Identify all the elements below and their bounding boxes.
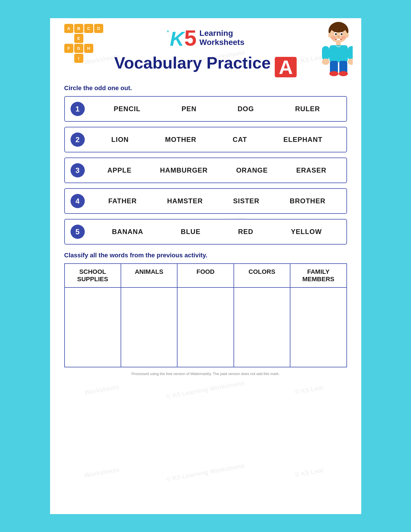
- plus-sign: +: [167, 29, 169, 34]
- tile-empty-4: [94, 44, 103, 53]
- cell-colors: [234, 287, 290, 367]
- exercise-words-3: APPLEHAMBURGERORANGEERASER: [93, 166, 341, 174]
- tile-empty-1: [64, 34, 73, 43]
- exercise-row-5: 5BANANABLUEREDYELLOW: [64, 219, 347, 245]
- header: A B C D E F G H I: [64, 27, 347, 49]
- word-1-3: DOG: [237, 105, 254, 113]
- col-school-supplies: SCHOOL SUPPLIES: [65, 264, 121, 287]
- tile-a: A: [64, 24, 73, 33]
- exercise-row-2: 2LIONMOTHERCATELEPHANT: [64, 127, 347, 152]
- tile-f: F: [64, 44, 73, 53]
- svg-point-11: [331, 36, 336, 39]
- classify-instruction: Classify all the words from the previous…: [64, 252, 347, 259]
- cell-animals: [121, 287, 177, 367]
- word-2-4: ELEPHANT: [283, 136, 322, 144]
- word-5-3: RED: [238, 228, 253, 236]
- tile-e: E: [74, 34, 83, 43]
- classify-answer-row: [65, 287, 347, 367]
- worksheet-page: Worksheets © K5 Learning Worksheets © K5…: [49, 17, 362, 515]
- k5-logo: + K 5: [167, 27, 197, 49]
- word-2-3: CAT: [233, 136, 247, 144]
- tile-h: H: [84, 44, 93, 53]
- word-2-1: LION: [111, 136, 129, 144]
- word-1-1: PENCIL: [114, 105, 141, 113]
- word-5-2: BLUE: [181, 228, 201, 236]
- word-3-3: ORANGE: [236, 166, 268, 174]
- word-3-2: HAMBURGER: [160, 166, 208, 174]
- brand-5: 5: [184, 27, 197, 49]
- exercise-number-4: 4: [71, 194, 85, 208]
- svg-point-8: [341, 33, 342, 35]
- tile-d: D: [94, 24, 103, 33]
- tile-empty-3: [94, 34, 103, 43]
- watermark-16: Worksheets: [50, 423, 160, 514]
- exercise-words-4: FATHERHAMSTERSISTERBROTHER: [93, 197, 341, 205]
- bottom-note: Processed using the free version of Wate…: [64, 372, 347, 376]
- word-4-1: FATHER: [108, 197, 137, 205]
- svg-point-12: [341, 36, 346, 39]
- svg-point-18: [348, 59, 353, 65]
- word-5-4: YELLOW: [291, 228, 322, 236]
- cell-family-members: [290, 287, 346, 367]
- word-2-2: MOTHER: [165, 136, 196, 144]
- cell-food: [177, 287, 234, 367]
- cell-school-supplies: [65, 287, 121, 367]
- exercise-words-5: BANANABLUEREDYELLOW: [93, 228, 341, 236]
- svg-rect-16: [348, 46, 353, 60]
- col-food: FOOD: [177, 264, 234, 287]
- col-colors: COLORS: [234, 264, 290, 287]
- exercise-row-1: 1PENCILPENDOGRULER: [64, 96, 347, 122]
- brand-k: K: [170, 29, 184, 49]
- tile-g: G: [74, 44, 83, 53]
- exercise-number-1: 1: [71, 102, 85, 116]
- title-area: Vocabulary Practice A: [64, 53, 347, 78]
- classify-body: [65, 287, 347, 367]
- svg-rect-10: [336, 39, 340, 40]
- watermark-17: © K5 Learning Worksheets: [147, 423, 264, 514]
- tile-c: C: [84, 24, 93, 33]
- word-4-4: BROTHER: [290, 197, 326, 205]
- svg-point-9: [337, 36, 340, 38]
- brand-text: Learning Worksheets: [199, 29, 244, 47]
- exercises-container: 1PENCILPENDOGRULER2LIONMOTHERCATELEPHANT…: [64, 96, 347, 245]
- col-animals: ANIMALS: [121, 264, 177, 287]
- word-5-1: BANANA: [112, 228, 143, 236]
- brand-worksheets: Worksheets: [199, 38, 244, 47]
- tile-empty-2: [84, 34, 93, 43]
- exercise-row-3: 3APPLEHAMBURGERORANGEERASER: [64, 158, 347, 183]
- classify-table: SCHOOL SUPPLIES ANIMALS FOOD COLORS FAMI…: [64, 263, 347, 367]
- classify-header-row: SCHOOL SUPPLIES ANIMALS FOOD COLORS FAMI…: [65, 264, 347, 287]
- watermark-18: © K5 Lear: [251, 423, 361, 514]
- svg-rect-13: [336, 42, 341, 46]
- word-3-4: ERASER: [296, 166, 326, 174]
- svg-point-2: [331, 22, 346, 32]
- brand-center: + K 5 Learning Worksheets: [167, 27, 245, 49]
- title-letter: A: [275, 57, 297, 77]
- exercise-words-2: LIONMOTHERCATELEPHANT: [93, 136, 341, 144]
- word-4-2: HAMSTER: [167, 197, 203, 205]
- word-1-2: PEN: [181, 105, 196, 113]
- word-4-3: SISTER: [233, 197, 259, 205]
- exercise-row-4: 4FATHERHAMSTERSISTERBROTHER: [64, 188, 347, 214]
- page-title: Vocabulary Practice: [114, 53, 271, 72]
- word-3-1: APPLE: [107, 166, 131, 174]
- exercise-number-2: 2: [71, 133, 85, 147]
- exercise-number-3: 3: [71, 163, 85, 177]
- exercise-words-1: PENCILPENDOGRULER: [93, 105, 341, 113]
- brand-learning: Learning: [199, 29, 244, 38]
- svg-point-7: [335, 33, 337, 35]
- tile-b: B: [74, 24, 83, 33]
- circle-instruction: Circle the odd one out.: [64, 84, 347, 92]
- exercise-number-5: 5: [71, 225, 85, 239]
- word-1-4: RULER: [295, 105, 320, 113]
- col-family-members: FAMILY MEMBERS: [290, 264, 346, 287]
